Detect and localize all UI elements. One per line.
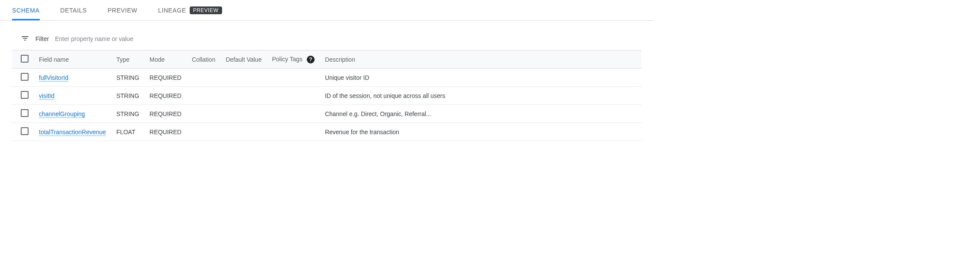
- col-description: Description: [320, 50, 641, 69]
- cell-collation: [187, 123, 220, 141]
- select-all-checkbox[interactable]: [21, 55, 29, 63]
- row-checkbox[interactable]: [21, 127, 29, 135]
- cell-mode: REQUIRED: [144, 105, 187, 123]
- col-field-name: Field name: [34, 50, 111, 69]
- cell-description: ID of the session, not unique across all…: [320, 87, 641, 105]
- row-checkbox[interactable]: [21, 109, 29, 117]
- cell-collation: [187, 69, 220, 87]
- cell-policy-tags: [267, 69, 319, 87]
- cell-mode: REQUIRED: [144, 123, 187, 141]
- tab-schema[interactable]: SCHEMA: [12, 0, 40, 20]
- cell-default-value: [220, 123, 267, 141]
- tab-label: LINEAGE: [158, 7, 186, 14]
- cell-default-value: [220, 69, 267, 87]
- col-mode: Mode: [144, 50, 187, 69]
- filter-label: Filter: [35, 35, 49, 42]
- filter-icon: [21, 34, 29, 44]
- col-default-value: Default Value: [220, 50, 267, 69]
- col-policy-tags: Policy Tags ?: [267, 50, 319, 69]
- table-row: channelGroupingSTRINGREQUIREDChannel e.g…: [12, 105, 641, 123]
- cell-description: Unique visitor ID: [320, 69, 641, 87]
- tab-lineage[interactable]: LINEAGE PREVIEW: [158, 0, 222, 20]
- col-collation: Collation: [187, 50, 220, 69]
- table-row: totalTransactionRevenueFLOATREQUIREDReve…: [12, 123, 641, 141]
- cell-collation: [187, 105, 220, 123]
- preview-badge: PREVIEW: [190, 6, 222, 14]
- field-name-link[interactable]: visitId: [39, 92, 54, 99]
- cell-policy-tags: [267, 87, 319, 105]
- cell-type: FLOAT: [111, 123, 144, 141]
- filter-row: Filter: [12, 31, 641, 50]
- col-policy-tags-label: Policy Tags: [272, 56, 302, 63]
- field-name-link[interactable]: fullVisitorId: [39, 74, 68, 81]
- col-type: Type: [111, 50, 144, 69]
- cell-description: Channel e.g. Direct, Organic, Referral..…: [320, 105, 641, 123]
- table-row: fullVisitorIdSTRINGREQUIREDUnique visito…: [12, 69, 641, 87]
- filter-input[interactable]: [55, 34, 633, 44]
- field-name-link[interactable]: totalTransactionRevenue: [39, 129, 106, 135]
- cell-description: Revenue for the transaction: [320, 123, 641, 141]
- cell-policy-tags: [267, 123, 319, 141]
- cell-mode: REQUIRED: [144, 87, 187, 105]
- cell-policy-tags: [267, 105, 319, 123]
- tab-label: SCHEMA: [12, 7, 40, 14]
- cell-type: STRING: [111, 69, 144, 87]
- tab-bar: SCHEMA DETAILS PREVIEW LINEAGE PREVIEW: [0, 0, 653, 21]
- schema-table: Field name Type Mode Collation Default V…: [12, 50, 641, 141]
- field-name-link[interactable]: channelGrouping: [39, 110, 85, 117]
- cell-default-value: [220, 87, 267, 105]
- cell-collation: [187, 87, 220, 105]
- tab-label: PREVIEW: [108, 7, 137, 14]
- table-row: visitIdSTRINGREQUIREDID of the session, …: [12, 87, 641, 105]
- tab-details[interactable]: DETAILS: [60, 0, 87, 20]
- cell-mode: REQUIRED: [144, 69, 187, 87]
- schema-panel: Filter Field name Type Mode Collation De…: [0, 21, 653, 141]
- cell-type: STRING: [111, 87, 144, 105]
- help-icon[interactable]: ?: [307, 56, 315, 63]
- tab-preview[interactable]: PREVIEW: [108, 0, 137, 20]
- row-checkbox[interactable]: [21, 91, 29, 99]
- row-checkbox[interactable]: [21, 73, 29, 81]
- cell-default-value: [220, 105, 267, 123]
- cell-type: STRING: [111, 105, 144, 123]
- tab-label: DETAILS: [60, 7, 87, 14]
